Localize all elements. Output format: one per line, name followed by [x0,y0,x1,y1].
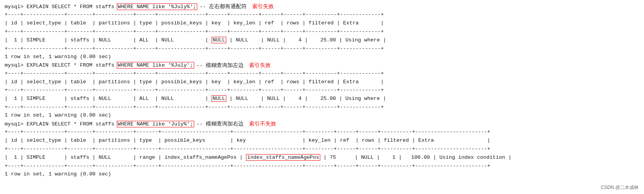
comment-3: -- 模糊查询加右边 [196,120,244,127]
section-2: mysql> EXPLAIN SELECT * FROM staffs WHER… [5,62,639,118]
table-border-bot-3: +----+-------------+--------+-----------… [5,162,639,170]
section-3: mysql> EXPLAIN SELECT * FROM staffs WHER… [5,120,639,177]
cmd-line-1: mysql> EXPLAIN SELECT * FROM staffs WHER… [5,3,639,10]
where-clause-1: WHERE NAME like '%July%'; [117,3,198,10]
result-1: 1 row in set, 1 warning (0.00 sec) [5,54,639,60]
table-row-suffix-2: | NULL | NULL | 4 | 25.00 | Using where … [226,96,386,101]
prompt-2: mysql> EXPLAIN SELECT * FROM staffs [5,62,114,68]
table-border-top-1: +----+-------------+--------+-----------… [5,11,639,19]
table-header-2: | id | select_type | table | partitions … [5,78,639,86]
table-row-1: | 1 | SIMPLE | staffs | NULL | ALL | NUL… [5,36,639,45]
table-border-mid-2: +----+-------------+--------+-----------… [5,86,639,94]
table-header-1: | id | select_type | table | partitions … [5,19,639,27]
comment-2: -- 模糊查询加左边 [196,62,244,69]
idx-value-3: index_staffs_nameAgePos [246,154,320,161]
prompt-1: mysql> EXPLAIN SELECT * FROM staffs [5,4,114,10]
table-border-bot-2: +----+-------------+--------+-----------… [5,103,639,112]
table-row-prefix-2: | 1 | SIMPLE | staffs | NULL | ALL | NUL… [5,96,212,101]
table-row-prefix-3: | 1 | SIMPLE | staffs | NULL | range | i… [5,155,246,160]
table-border-mid-3: +----+-------------+--------+-----------… [5,145,639,153]
table-border-mid-1: +----+-------------+--------+-----------… [5,28,639,36]
table-row-2: | 1 | SIMPLE | staffs | NULL | ALL | NUL… [5,95,639,103]
table-border-bot-1: +----+-------------+--------+-----------… [5,45,639,53]
cmd-line-3: mysql> EXPLAIN SELECT * FROM staffs WHER… [5,120,639,127]
section-1: mysql> EXPLAIN SELECT * FROM staffs WHER… [5,3,639,60]
label-1: 索引失效 [252,3,274,10]
prompt-3: mysql> EXPLAIN SELECT * FROM staffs [5,121,114,127]
footer: CSDN @二木成林 [601,184,639,191]
table-border-top-3: +----+-------------+--------+-----------… [5,128,639,136]
table-row-prefix-1: | 1 | SIMPLE | staffs | NULL | ALL | NUL… [5,37,212,43]
table-border-top-2: +----+-------------+--------+-----------… [5,70,639,78]
cmd-line-2: mysql> EXPLAIN SELECT * FROM staffs WHER… [5,62,639,69]
table-header-3: | id | select_type | table | partitions … [5,137,639,145]
result-2: 1 row in set, 1 warning (0.00 sec) [5,112,639,118]
null-value-2: NULL [212,95,226,102]
table-row-3: | 1 | SIMPLE | staffs | NULL | range | i… [5,154,639,162]
label-3: 索引不失效 [249,120,276,127]
label-2: 索引失效 [249,62,271,69]
comment-1: -- 左右都有通配符 [200,3,247,10]
where-clause-3: WHERE NAME like 'July%'; [117,121,194,127]
table-row-suffix-1: | NULL | NULL | 4 | 25.00 | Using where … [226,37,386,43]
table-row-suffix-3: | 75 | NULL | 1 | 100.00 | Using index c… [320,155,511,160]
result-3: 1 row in set, 1 warning (0.00 sec) [5,171,639,177]
null-value-1: NULL [212,37,226,43]
where-clause-2: WHERE NAME like '%July'; [117,62,194,69]
